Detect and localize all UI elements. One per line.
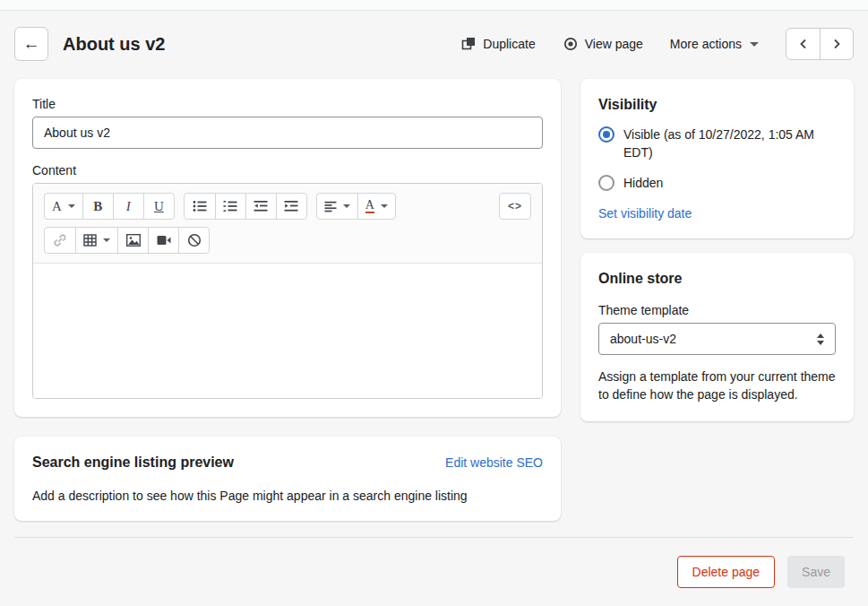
bulleted-list-icon xyxy=(193,200,207,212)
show-html-button[interactable]: <> xyxy=(500,194,530,219)
radio-unselected-icon[interactable] xyxy=(598,175,614,191)
side-column: Visibility Visible (as of 10/27/2022, 1:… xyxy=(580,79,854,421)
rich-text-editor: A B I U xyxy=(32,183,543,399)
next-page-button[interactable] xyxy=(820,29,853,59)
table-icon xyxy=(83,234,97,247)
page-footer: Delete page Save xyxy=(14,537,854,588)
chevron-down-icon xyxy=(750,42,759,47)
italic-icon: I xyxy=(126,199,131,214)
page-pagination xyxy=(786,28,854,60)
online-store-card: Online store Theme template about-us-v2 … xyxy=(580,253,854,421)
eye-icon xyxy=(563,36,579,52)
clear-formatting-icon xyxy=(187,233,202,247)
visibility-heading: Visibility xyxy=(598,97,836,113)
more-actions-button[interactable]: More actions xyxy=(670,37,759,51)
insert-group xyxy=(44,227,210,254)
italic-button[interactable]: I xyxy=(113,194,143,219)
clear-formatting-button[interactable] xyxy=(178,228,209,253)
page-details-card: Title Content A B xyxy=(14,79,561,417)
bold-icon: B xyxy=(93,199,102,214)
back-arrow-icon: ← xyxy=(23,34,40,54)
outdent-icon xyxy=(254,200,268,212)
text-color-dropdown-button[interactable]: A xyxy=(357,194,395,219)
select-updown-icon xyxy=(817,333,824,345)
outdent-button[interactable] xyxy=(245,194,276,219)
text-style-group: A B I U xyxy=(44,193,175,220)
radio-selected-icon[interactable] xyxy=(598,126,614,143)
bulleted-list-button[interactable] xyxy=(185,194,215,219)
toolbar-row-2 xyxy=(44,227,531,254)
back-button[interactable]: ← xyxy=(14,27,48,61)
theme-template-value: about-us-v2 xyxy=(610,332,676,346)
footer-actions: Delete page Save xyxy=(14,538,854,588)
underline-button[interactable]: U xyxy=(143,194,174,219)
insert-table-dropdown-button[interactable] xyxy=(75,228,117,253)
code-group: <> xyxy=(499,193,531,220)
theme-template-label: Theme template xyxy=(598,303,836,317)
align-color-group: A xyxy=(316,193,396,220)
duplicate-icon xyxy=(460,36,477,52)
save-button[interactable]: Save xyxy=(787,556,845,588)
seo-card-heading: Search engine listing preview xyxy=(32,454,234,471)
hidden-option-label: Hidden xyxy=(623,174,663,192)
chevron-down-icon xyxy=(103,238,110,242)
online-store-heading: Online store xyxy=(598,271,836,287)
seo-card-header: Search engine listing preview Edit websi… xyxy=(32,454,543,471)
seo-description-text: Add a description to see how this Page m… xyxy=(32,489,543,503)
editor-toolbar: A B I U xyxy=(33,184,542,264)
view-page-label: View page xyxy=(585,37,643,51)
main-column: Title Content A B xyxy=(14,79,561,521)
chevron-down-icon xyxy=(381,204,388,208)
top-bar-edge xyxy=(0,0,868,11)
chevron-left-icon xyxy=(798,39,809,49)
text-color-icon: A xyxy=(365,199,374,213)
link-icon xyxy=(53,233,67,247)
seo-preview-card: Search engine listing preview Edit websi… xyxy=(14,437,561,521)
visibility-option-visible[interactable]: Visible (as of 10/27/2022, 1:05 AM EDT) xyxy=(598,126,836,161)
align-left-icon xyxy=(324,201,337,212)
chevron-down-icon xyxy=(68,204,75,208)
content-layout: Title Content A B xyxy=(0,79,868,521)
chevron-down-icon xyxy=(343,204,350,208)
numbered-list-icon xyxy=(223,200,237,212)
indent-icon xyxy=(284,200,298,212)
toolbar-row-1: A B I U xyxy=(44,193,531,220)
previous-page-button[interactable] xyxy=(786,29,820,59)
visible-option-label: Visible (as of 10/27/2022, 1:05 AM EDT) xyxy=(623,126,836,161)
view-page-button[interactable]: View page xyxy=(563,36,643,52)
page-header: ← About us v2 Duplicate View page More a… xyxy=(0,11,868,79)
more-actions-label: More actions xyxy=(670,37,742,51)
visibility-option-hidden[interactable]: Hidden xyxy=(598,174,836,192)
code-icon: <> xyxy=(508,200,522,212)
numbered-list-button[interactable] xyxy=(215,194,245,219)
underline-icon: U xyxy=(154,199,164,214)
content-field-label: Content xyxy=(32,163,543,177)
duplicate-label: Duplicate xyxy=(483,37,535,51)
visibility-card: Visibility Visible (as of 10/27/2022, 1:… xyxy=(580,79,854,238)
insert-video-button[interactable] xyxy=(148,228,178,253)
chevron-right-icon xyxy=(831,39,842,49)
header-actions: Duplicate View page More actions xyxy=(460,28,854,60)
indent-button[interactable] xyxy=(276,194,306,219)
video-icon xyxy=(157,235,171,246)
formatting-icon: A xyxy=(52,199,62,214)
duplicate-button[interactable]: Duplicate xyxy=(460,36,535,52)
title-field-label: Title xyxy=(32,97,543,111)
alignment-dropdown-button[interactable] xyxy=(317,194,357,219)
formatting-dropdown-button[interactable]: A xyxy=(45,194,82,219)
insert-link-button[interactable] xyxy=(45,228,75,253)
bold-button[interactable]: B xyxy=(82,194,113,219)
insert-image-button[interactable] xyxy=(117,228,148,253)
theme-template-select[interactable]: about-us-v2 xyxy=(598,323,836,355)
delete-page-button[interactable]: Delete page xyxy=(677,556,776,588)
title-input[interactable] xyxy=(32,117,543,149)
theme-template-help-text: Assign a template from your current them… xyxy=(598,368,836,403)
edit-website-seo-link[interactable]: Edit website SEO xyxy=(445,455,543,470)
set-visibility-date-link[interactable]: Set visibility date xyxy=(598,206,692,221)
list-indent-group xyxy=(184,193,307,220)
editor-content-area[interactable] xyxy=(33,264,542,398)
page-title: About us v2 xyxy=(63,34,165,55)
image-icon xyxy=(126,234,141,247)
